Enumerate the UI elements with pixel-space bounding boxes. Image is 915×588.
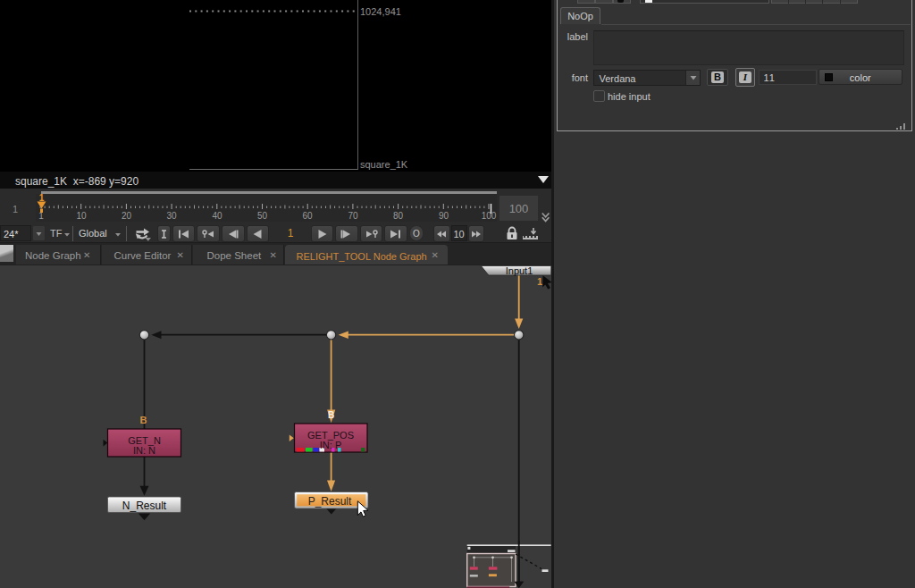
svg-text:N_Result: N_Result: [122, 500, 167, 512]
svg-text:100: 100: [482, 211, 497, 221]
svg-text:60: 60: [302, 211, 313, 221]
svg-text:70: 70: [348, 211, 358, 221]
svg-text:1: 1: [537, 276, 542, 287]
svg-text:square_1K: square_1K: [360, 159, 408, 170]
svg-text:Input1: Input1: [506, 265, 533, 276]
svg-text:30: 30: [166, 211, 177, 221]
svg-text:IN: P: IN: P: [320, 440, 341, 450]
svg-text:80: 80: [393, 211, 404, 221]
svg-text:50: 50: [257, 211, 268, 221]
svg-text:40: 40: [212, 211, 222, 221]
svg-text:1024,941: 1024,941: [360, 6, 401, 17]
svg-text:B: B: [140, 415, 147, 425]
svg-text:10: 10: [76, 211, 87, 221]
svg-text:20: 20: [122, 211, 132, 221]
svg-text:P_Result: P_Result: [308, 495, 352, 508]
svg-text:IN: N: IN: N: [133, 445, 155, 456]
svg-text:B: B: [328, 410, 334, 420]
svg-text:1: 1: [39, 193, 45, 203]
svg-text:90: 90: [439, 211, 449, 221]
